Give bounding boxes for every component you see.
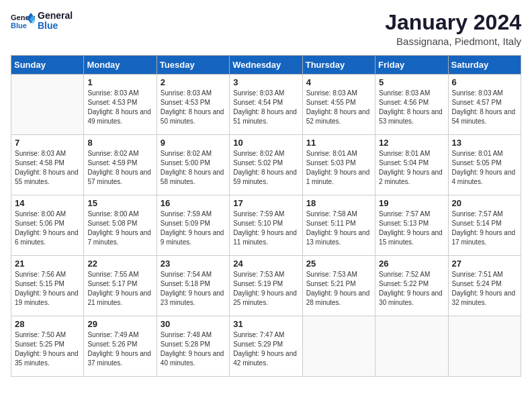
day-cell: 24Sunrise: 7:53 AMSunset: 5:19 PMDayligh… [230,256,302,316]
day-info: Sunrise: 7:53 AMSunset: 5:19 PMDaylight:… [233,270,298,308]
day-info: Sunrise: 7:54 AMSunset: 5:18 PMDaylight:… [161,270,226,308]
day-cell: 16Sunrise: 7:59 AMSunset: 5:09 PMDayligh… [157,195,229,256]
day-number: 31 [233,319,298,329]
day-number: 4 [306,77,371,87]
day-number: 21 [15,259,80,269]
calendar-body: 1Sunrise: 8:03 AMSunset: 4:53 PMDaylight… [11,75,521,377]
day-cell: 12Sunrise: 8:01 AMSunset: 5:04 PMDayligh… [375,135,448,195]
day-number: 17 [233,198,298,208]
day-cell: 30Sunrise: 7:48 AMSunset: 5:28 PMDayligh… [157,316,229,377]
day-number: 13 [452,138,517,148]
day-info: Sunrise: 8:00 AMSunset: 5:06 PMDaylight:… [15,210,80,247]
day-number: 2 [161,77,226,87]
day-cell: 7Sunrise: 8:03 AMSunset: 4:58 PMDaylight… [11,135,84,195]
day-number: 6 [452,77,517,87]
week-row-2: 7Sunrise: 8:03 AMSunset: 4:58 PMDaylight… [11,135,521,195]
day-info: Sunrise: 7:50 AMSunset: 5:25 PMDaylight:… [15,330,80,368]
day-cell [448,316,521,377]
day-info: Sunrise: 8:03 AMSunset: 4:56 PMDaylight:… [379,89,444,126]
day-info: Sunrise: 8:01 AMSunset: 5:04 PMDaylight:… [379,149,444,187]
day-cell: 27Sunrise: 7:51 AMSunset: 5:24 PMDayligh… [448,256,521,316]
day-cell: 15Sunrise: 8:00 AMSunset: 5:08 PMDayligh… [84,195,157,256]
day-info: Sunrise: 8:03 AMSunset: 4:54 PMDaylight:… [233,89,298,126]
day-cell: 8Sunrise: 8:02 AMSunset: 4:59 PMDaylight… [84,135,157,195]
day-info: Sunrise: 8:02 AMSunset: 5:00 PMDaylight:… [161,149,226,187]
weekday-sunday: Sunday [11,56,84,75]
day-number: 23 [161,259,226,269]
day-info: Sunrise: 7:59 AMSunset: 5:09 PMDaylight:… [161,210,226,247]
day-cell: 17Sunrise: 7:59 AMSunset: 5:10 PMDayligh… [230,195,302,256]
logo-text-blue: Blue [38,21,73,31]
day-cell: 4Sunrise: 8:03 AMSunset: 4:55 PMDaylight… [302,75,375,135]
day-cell: 14Sunrise: 8:00 AMSunset: 5:06 PMDayligh… [11,195,84,256]
page-header: General Blue General Blue January 2024 B… [11,11,521,47]
logo: General Blue General Blue [11,11,73,32]
day-number: 19 [379,198,444,208]
day-number: 3 [233,77,298,87]
day-info: Sunrise: 8:01 AMSunset: 5:05 PMDaylight:… [452,149,517,187]
day-cell: 5Sunrise: 8:03 AMSunset: 4:56 PMDaylight… [375,75,448,135]
day-number: 11 [306,138,371,148]
day-info: Sunrise: 8:03 AMSunset: 4:58 PMDaylight:… [15,149,80,187]
day-info: Sunrise: 7:51 AMSunset: 5:24 PMDaylight:… [452,270,517,308]
day-info: Sunrise: 8:00 AMSunset: 5:08 PMDaylight:… [87,210,152,247]
day-number: 9 [161,138,226,148]
day-info: Sunrise: 8:02 AMSunset: 4:59 PMDaylight:… [87,149,152,187]
day-cell: 3Sunrise: 8:03 AMSunset: 4:54 PMDaylight… [230,75,302,135]
day-number: 8 [87,138,152,148]
day-number: 28 [15,319,80,329]
day-number: 14 [15,198,80,208]
day-cell: 22Sunrise: 7:55 AMSunset: 5:17 PMDayligh… [84,256,157,316]
day-cell: 20Sunrise: 7:57 AMSunset: 5:14 PMDayligh… [448,195,521,256]
day-cell: 10Sunrise: 8:02 AMSunset: 5:02 PMDayligh… [230,135,302,195]
weekday-saturday: Saturday [448,56,521,75]
day-info: Sunrise: 7:52 AMSunset: 5:22 PMDaylight:… [379,270,444,308]
day-number: 5 [379,77,444,87]
day-info: Sunrise: 7:53 AMSunset: 5:21 PMDaylight:… [306,270,371,308]
day-cell: 6Sunrise: 8:03 AMSunset: 4:57 PMDaylight… [448,75,521,135]
weekday-monday: Monday [84,56,157,75]
week-row-5: 28Sunrise: 7:50 AMSunset: 5:25 PMDayligh… [11,316,521,377]
day-cell: 19Sunrise: 7:57 AMSunset: 5:13 PMDayligh… [375,195,448,256]
day-info: Sunrise: 7:55 AMSunset: 5:17 PMDaylight:… [87,270,152,308]
day-cell: 31Sunrise: 7:47 AMSunset: 5:29 PMDayligh… [230,316,302,377]
day-info: Sunrise: 8:03 AMSunset: 4:55 PMDaylight:… [306,89,371,126]
day-number: 12 [379,138,444,148]
weekday-tuesday: Tuesday [157,56,229,75]
day-number: 7 [15,138,80,148]
day-cell: 2Sunrise: 8:03 AMSunset: 4:53 PMDaylight… [157,75,229,135]
day-cell: 11Sunrise: 8:01 AMSunset: 5:03 PMDayligh… [302,135,375,195]
day-cell: 29Sunrise: 7:49 AMSunset: 5:26 PMDayligh… [84,316,157,377]
day-cell: 1Sunrise: 8:03 AMSunset: 4:53 PMDaylight… [84,75,157,135]
day-number: 16 [161,198,226,208]
day-number: 27 [452,259,517,269]
day-info: Sunrise: 7:49 AMSunset: 5:26 PMDaylight:… [87,330,152,368]
day-number: 26 [379,259,444,269]
day-cell: 21Sunrise: 7:56 AMSunset: 5:15 PMDayligh… [11,256,84,316]
day-cell [11,75,84,135]
week-row-3: 14Sunrise: 8:00 AMSunset: 5:06 PMDayligh… [11,195,521,256]
day-number: 25 [306,259,371,269]
day-cell [375,316,448,377]
day-info: Sunrise: 8:01 AMSunset: 5:03 PMDaylight:… [306,149,371,187]
day-cell: 13Sunrise: 8:01 AMSunset: 5:05 PMDayligh… [448,135,521,195]
week-row-4: 21Sunrise: 7:56 AMSunset: 5:15 PMDayligh… [11,256,521,316]
day-info: Sunrise: 7:47 AMSunset: 5:29 PMDaylight:… [233,330,298,368]
day-info: Sunrise: 7:57 AMSunset: 5:13 PMDaylight:… [379,210,444,247]
day-number: 15 [87,198,152,208]
weekday-thursday: Thursday [302,56,375,75]
day-number: 18 [306,198,371,208]
day-cell: 9Sunrise: 8:02 AMSunset: 5:00 PMDaylight… [157,135,229,195]
day-cell: 26Sunrise: 7:52 AMSunset: 5:22 PMDayligh… [375,256,448,316]
day-number: 10 [233,138,298,148]
day-info: Sunrise: 7:57 AMSunset: 5:14 PMDaylight:… [452,210,517,247]
day-number: 20 [452,198,517,208]
svg-text:Blue: Blue [11,21,27,30]
day-cell: 23Sunrise: 7:54 AMSunset: 5:18 PMDayligh… [157,256,229,316]
logo-icon: General Blue [11,11,35,30]
logo-text-general: General [38,11,73,21]
day-number: 29 [87,319,152,329]
day-cell: 18Sunrise: 7:58 AMSunset: 5:11 PMDayligh… [302,195,375,256]
weekday-wednesday: Wednesday [230,56,302,75]
day-number: 1 [87,77,152,87]
